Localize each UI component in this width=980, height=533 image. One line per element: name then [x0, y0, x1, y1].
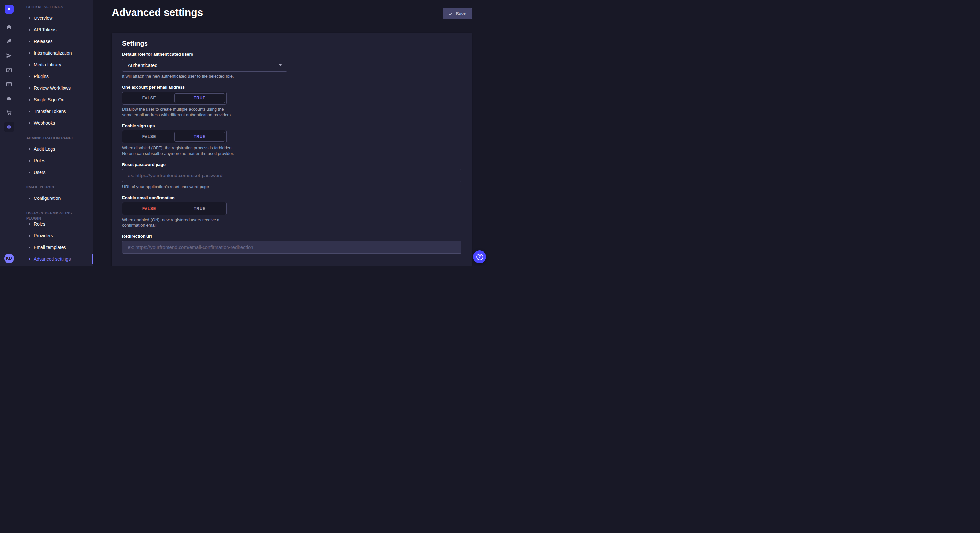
bullet-icon: [29, 198, 30, 199]
chevron-down-icon: [279, 64, 282, 66]
bullet-icon: [29, 52, 30, 54]
field-redirection-url: Redirection url: [122, 234, 461, 254]
sidebar-item-label: Overview: [34, 16, 52, 21]
save-button-label: Save: [456, 11, 466, 16]
sidebar-item-admin-roles[interactable]: Roles: [19, 155, 93, 167]
sidebar-item-label: Configuration: [34, 195, 60, 201]
bullet-icon: [29, 17, 30, 19]
marketplace-cart-icon[interactable]: [4, 108, 14, 118]
sidebar-item-single-sign-on[interactable]: Single Sign-On: [19, 94, 93, 106]
toggle-option-false[interactable]: FALSE: [124, 204, 174, 213]
settings-subnav: GLOBAL SETTINGS Overview API Tokens Rele…: [19, 0, 93, 266]
save-button[interactable]: Save: [443, 8, 472, 19]
sidebar-item-admin-users[interactable]: Users: [19, 167, 93, 178]
user-avatar[interactable]: KD: [4, 254, 14, 263]
sidebar-item-transfer-tokens[interactable]: Transfer Tokens: [19, 106, 93, 117]
sidebar-item-label: Email templates: [34, 245, 66, 250]
sidebar-item-email-configuration[interactable]: Configuration: [19, 192, 93, 204]
default-role-select[interactable]: Authenticated: [122, 59, 288, 71]
sidebar-item-label: Releases: [34, 39, 52, 44]
bullet-icon: [29, 76, 30, 78]
bullet-icon: [29, 122, 30, 124]
sidebar-item-api-tokens[interactable]: API Tokens: [19, 24, 93, 36]
layout-panel-icon[interactable]: [4, 79, 14, 89]
sidebar-item-label: Roles: [34, 158, 45, 163]
sidebar-item-label: Media Library: [34, 62, 61, 67]
toggle-option-false[interactable]: FALSE: [124, 132, 174, 141]
field-label: Enable email confirmation: [122, 195, 461, 200]
sidebar-item-webhooks[interactable]: Webhooks: [19, 117, 93, 129]
toggle-option-true[interactable]: TRUE: [174, 93, 225, 103]
sidebar-item-label: Providers: [34, 233, 53, 238]
field-hint: When disabled (OFF), the registration pr…: [122, 145, 235, 156]
sidebar-item-label: Roles: [34, 222, 45, 227]
field-label: Reset password page: [122, 162, 461, 167]
content-builder-feather-icon[interactable]: [4, 36, 14, 47]
field-default-role: Default role for authenticated users Aut…: [122, 52, 461, 79]
section-label-global-settings: GLOBAL SETTINGS: [19, 5, 93, 10]
field-hint: When enabled (ON), new registered users …: [122, 217, 235, 228]
sidebar-item-label: Internationalization: [34, 51, 72, 56]
select-value: Authenticated: [128, 62, 158, 68]
cloud-icon[interactable]: [4, 93, 14, 104]
bullet-icon: [29, 29, 30, 31]
check-icon: [448, 11, 453, 16]
strapi-logo-icon: [6, 6, 12, 12]
settings-card: Settings Default role for authenticated …: [112, 33, 472, 266]
reset-password-page-input[interactable]: [122, 169, 461, 182]
bullet-icon: [29, 259, 30, 260]
card-heading: Settings: [122, 40, 461, 47]
main-content: Advanced settings Save Settings Default …: [93, 0, 490, 266]
sidebar-item-label: Single Sign-On: [34, 97, 64, 102]
sidebar-item-internationalization[interactable]: Internationalization: [19, 47, 93, 59]
field-label: Enable sign-ups: [122, 124, 461, 128]
field-reset-password-page: Reset password page URL of your applicat…: [122, 162, 461, 189]
section-label-email-plugin: EMAIL PLUGIN: [19, 185, 93, 190]
sidebar-item-email-templates[interactable]: Email templates: [19, 241, 93, 253]
field-enable-email-confirmation: Enable email confirmation FALSE TRUE Whe…: [122, 195, 461, 228]
bullet-icon: [29, 235, 30, 237]
question-mark-icon: ?: [476, 254, 483, 260]
bullet-icon: [29, 87, 30, 89]
sidebar-item-label: Plugins: [34, 74, 49, 79]
one-account-per-email-toggle[interactable]: FALSE TRUE: [122, 92, 226, 105]
sidebar-item-advanced-settings[interactable]: Advanced settings: [19, 253, 93, 265]
sidebar-item-label: Webhooks: [34, 121, 55, 125]
sidebar-item-up-roles[interactable]: Roles: [19, 218, 93, 230]
sidebar-item-overview[interactable]: Overview: [19, 12, 93, 24]
field-enable-sign-ups: Enable sign-ups FALSE TRUE When disabled…: [122, 124, 461, 156]
bullet-icon: [29, 41, 30, 43]
bullet-icon: [29, 224, 30, 225]
rail-logo-area: [0, 0, 18, 18]
bullet-icon: [29, 99, 30, 101]
rail-icon-list: [0, 18, 18, 250]
field-hint: It will attach the new authenticated use…: [122, 73, 461, 79]
field-hint: URL of your application's reset password…: [122, 184, 461, 189]
bullet-icon: [29, 64, 30, 66]
sidebar-item-releases[interactable]: Releases: [19, 36, 93, 47]
settings-gear-icon[interactable]: [4, 122, 14, 132]
main-nav-rail: KD: [0, 0, 19, 266]
field-label: One account per email address: [122, 85, 461, 90]
toggle-option-false[interactable]: FALSE: [124, 93, 174, 103]
sidebar-item-plugins[interactable]: Plugins: [19, 71, 93, 82]
sidebar-item-audit-logs[interactable]: Audit Logs: [19, 143, 93, 155]
sidebar-item-review-workflows[interactable]: Review Workflows: [19, 82, 93, 94]
toggle-option-true[interactable]: TRUE: [174, 204, 225, 213]
home-icon[interactable]: [4, 22, 14, 32]
sidebar-item-media-library[interactable]: Media Library: [19, 59, 93, 71]
sidebar-item-label: Review Workflows: [34, 86, 71, 90]
enable-email-confirmation-toggle[interactable]: FALSE TRUE: [122, 202, 226, 215]
redirection-url-input[interactable]: [122, 241, 461, 254]
page-title: Advanced settings: [112, 6, 203, 19]
bullet-icon: [29, 247, 30, 248]
toggle-option-true[interactable]: TRUE: [174, 132, 225, 141]
enable-sign-ups-toggle[interactable]: FALSE TRUE: [122, 130, 226, 143]
sidebar-item-providers[interactable]: Providers: [19, 230, 93, 241]
bullet-icon: [29, 160, 30, 162]
strapi-logo[interactable]: [5, 5, 14, 14]
paper-plane-icon[interactable]: [4, 51, 14, 61]
media-library-icon[interactable]: [4, 65, 14, 75]
help-button[interactable]: ?: [473, 250, 486, 263]
field-hint: Disallow the user to create multiple acc…: [122, 106, 235, 117]
